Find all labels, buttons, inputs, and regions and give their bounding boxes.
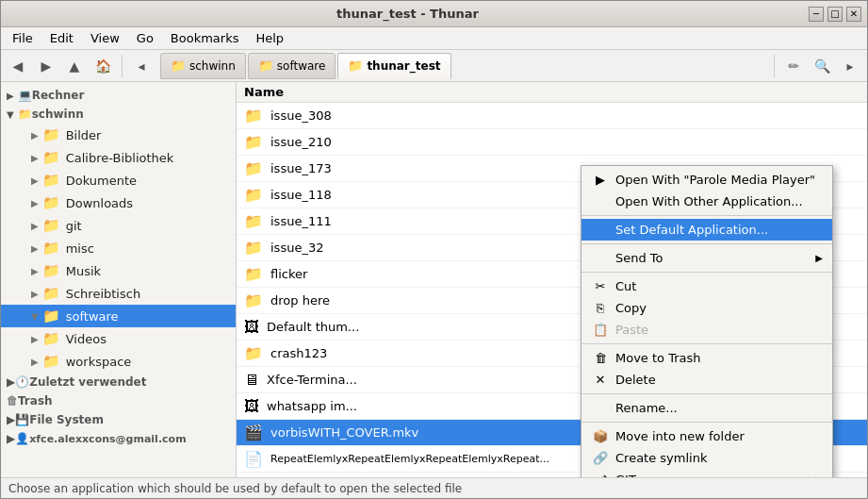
submenu-arrow-icon: ▶ [815, 474, 823, 477]
sidebar-item-git[interactable]: ▶ 📁 git [1, 214, 236, 237]
folder-icon: 📁 [42, 172, 60, 189]
sidebar-item-downloads[interactable]: ▶ 📁 Downloads [1, 191, 236, 214]
ctx-move-into-new-folder[interactable]: 📦 Move into new folder [581, 425, 832, 447]
folder-icon: 📁 [244, 186, 263, 204]
arrow-icon: ▶ [7, 432, 15, 445]
sidebar-item-label: Dokumente [66, 174, 137, 188]
home-button[interactable]: 🏠 [90, 53, 116, 79]
back-button[interactable]: ◀ [5, 53, 31, 79]
ctx-create-symlink[interactable]: 🔗 Create symlink [581, 447, 832, 469]
arrow-icon: ▶ [31, 153, 39, 163]
menu-file[interactable]: File [5, 29, 41, 47]
sidebar-section-rechner[interactable]: ▶ 💻 Rechner [1, 86, 236, 105]
ctx-set-default[interactable]: Set Default Application... [581, 219, 832, 241]
expand-icon: ▼ [7, 109, 14, 120]
sidebar-item-musik[interactable]: ▶ 📁 Musik [1, 259, 236, 282]
folder-icon: 📁 [348, 58, 363, 73]
sidebar-item-misc[interactable]: ▶ 📁 misc [1, 237, 236, 259]
ctx-move-to-trash[interactable]: 🗑 Move to Trash [581, 347, 832, 369]
menu-help[interactable]: Help [248, 29, 291, 47]
ctx-item-label: Delete [615, 373, 656, 387]
ctx-item-label: Set Default Application... [615, 223, 768, 237]
ctx-item-label: Create symlink [615, 451, 707, 465]
ctx-separator [581, 243, 832, 244]
folder-icon: 📁 [42, 240, 60, 257]
ctx-separator [581, 215, 832, 216]
file-icon: 🖼 [244, 397, 259, 415]
window-title: thunar_test - Thunar [7, 7, 809, 21]
sidebar-item-label: workspace [66, 355, 132, 369]
next-nav-button[interactable]: ▸ [837, 53, 863, 79]
sidebar-item-dokumente[interactable]: ▶ 📁 Dokumente [1, 169, 236, 191]
file-item-label: Default thum... [267, 320, 359, 334]
sidebar-section-user[interactable]: ▶ 👤 xfce.alexxcons@gmail.com [1, 429, 236, 448]
menu-edit[interactable]: Edit [42, 29, 81, 47]
ctx-item-label: Rename... [615, 401, 678, 415]
breadcrumb-software[interactable]: 📁 software [248, 53, 336, 79]
breadcrumb-thunar-test[interactable]: 📁 thunar_test [337, 53, 450, 79]
breadcrumb-schwinn[interactable]: 📁 schwinn [160, 53, 246, 79]
ctx-send-to[interactable]: Send To ▶ [581, 247, 832, 269]
ctx-open-other[interactable]: Open With Other Application... [581, 191, 832, 212]
file-list: Name 📁 issue_308 📁 issue_210 📁 issue_173… [237, 82, 867, 477]
sidebar-item-workspace[interactable]: ▶ 📁 workspace [1, 350, 236, 373]
sidebar-section-filesystem[interactable]: ▶ 💾 File System [1, 410, 236, 429]
sidebar-section-zuletzt[interactable]: ▶ 🕐 Zuletzt verwendet [1, 373, 236, 391]
forward-button[interactable]: ▶ [33, 53, 59, 79]
sidebar-item-videos[interactable]: ▶ 📁 Videos [1, 327, 236, 350]
sidebar-section-schwinn[interactable]: ▼ 📁 schwinn [1, 105, 236, 124]
toolbar-divider [122, 55, 123, 77]
search-area: ✏ 🔍 ▸ [780, 53, 863, 79]
ctx-paste[interactable]: 📋 Paste [581, 319, 832, 341]
file-icon: 📄 [244, 450, 263, 468]
play-icon: ▶ [593, 173, 608, 187]
sidebar-item-schreibtisch[interactable]: ▶ 📁 Schreibtisch [1, 282, 236, 305]
file-item-label: issue_173 [270, 161, 332, 175]
arrow-icon: ▶ [7, 413, 15, 426]
sidebar-rechner-label: Rechner [32, 89, 85, 102]
menu-go[interactable]: Go [129, 29, 161, 47]
maximize-button[interactable]: □ [827, 7, 843, 22]
sidebar-item-software[interactable]: ▼ 📁 software [1, 305, 236, 327]
ctx-separator [581, 393, 832, 394]
folder-icon: 📁 [18, 108, 32, 121]
sidebar-item-calibre[interactable]: ▶ 📁 Calibre-Bibliothek [1, 146, 236, 169]
up-button[interactable]: ▲ [61, 53, 88, 79]
sidebar-item-label: Musik [66, 264, 101, 278]
arrow-icon: ▶ [31, 357, 39, 367]
sidebar-item-label: software [66, 309, 119, 324]
computer-icon: 💻 [18, 89, 32, 102]
ctx-item-label: GIT [615, 473, 636, 477]
ctx-separator [581, 422, 832, 423]
prev-nav-button[interactable]: ◂ [128, 53, 155, 79]
ctx-item-label: Copy [615, 301, 647, 315]
menu-bookmarks[interactable]: Bookmarks [163, 29, 247, 47]
ctx-copy[interactable]: ⎘ Copy [581, 297, 832, 319]
minimize-button[interactable]: − [809, 7, 824, 22]
ctx-item-label: Move to Trash [615, 351, 701, 365]
ctx-git[interactable]: ⎇ GIT ▶ [581, 469, 832, 477]
window-controls: − □ ✕ [809, 7, 861, 22]
file-item-label: issue_111 [270, 214, 332, 228]
edit-button[interactable]: ✏ [780, 53, 807, 79]
folder-icon: 📁 [42, 262, 60, 279]
folder-icon: 📁 [42, 285, 60, 302]
sidebar-item-label: Schreibtisch [66, 287, 140, 301]
file-icon: 🎬 [244, 424, 263, 441]
symlink-icon: 🔗 [593, 451, 608, 465]
main-window: thunar_test - Thunar − □ ✕ File Edit Vie… [0, 0, 868, 499]
ctx-open-parole[interactable]: ▶ Open With "Parole Media Player" [581, 169, 832, 191]
ctx-item-label: Cut [615, 279, 636, 293]
search-button[interactable]: 🔍 [809, 53, 835, 79]
ctx-rename[interactable]: Rename... [581, 397, 832, 419]
file-item-issue-210[interactable]: 📁 issue_210 [237, 129, 867, 156]
ctx-delete[interactable]: ✕ Delete [581, 369, 832, 391]
menubar: File Edit View Go Bookmarks Help [1, 27, 867, 50]
sidebar-item-bilder[interactable]: ▶ 📁 Bilder [1, 124, 236, 146]
sidebar-section-trash[interactable]: 🗑 Trash [1, 391, 236, 410]
ctx-item-label: Move into new folder [615, 429, 745, 443]
close-button[interactable]: ✕ [846, 7, 861, 22]
menu-view[interactable]: View [83, 29, 127, 47]
file-item-issue-308[interactable]: 📁 issue_308 [237, 103, 867, 129]
ctx-cut[interactable]: ✂ Cut [581, 275, 832, 297]
